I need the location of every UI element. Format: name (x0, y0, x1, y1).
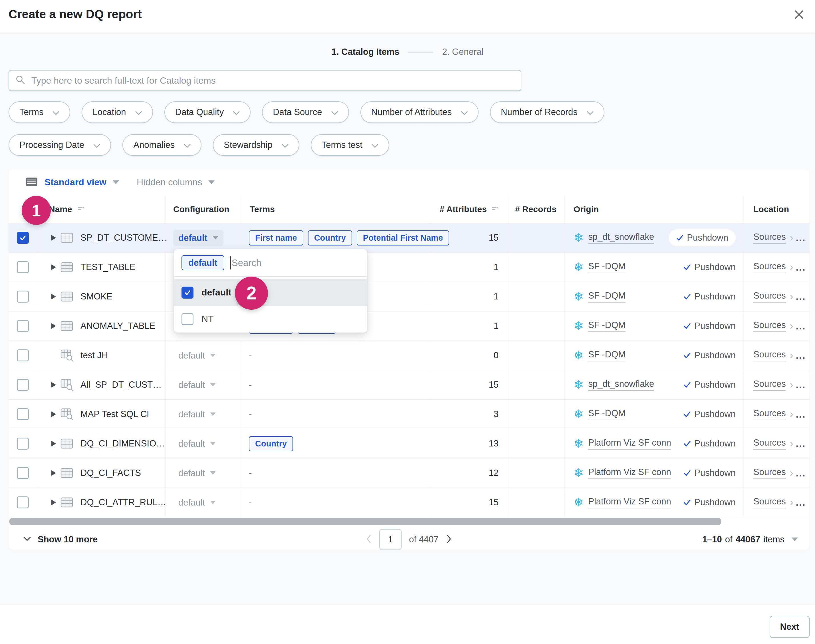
sources-link[interactable]: Sources › (753, 261, 793, 273)
column-header-location[interactable]: Location (744, 195, 809, 223)
table-row[interactable]: SP_DT_CUSTOME… default First nameCountry… (9, 223, 809, 253)
dropdown-search-input[interactable]: Search (230, 256, 360, 270)
table-row[interactable]: All_SP_DT_CUST… default - 15 ❄ sp_dt_sno… (9, 370, 809, 400)
next-button[interactable]: Next (770, 616, 810, 638)
row-checkbox[interactable] (17, 379, 29, 391)
show-more-button[interactable]: Show 10 more (23, 526, 98, 550)
expand-row-icon[interactable] (47, 323, 60, 329)
expand-row-icon[interactable] (47, 441, 60, 446)
row-checkbox[interactable] (17, 350, 29, 361)
configuration-select[interactable]: default (173, 494, 221, 511)
table-row[interactable]: DQ_CI_ATTR_RUL… default - 15 ❄ Platform … (9, 488, 809, 517)
option-checkbox[interactable] (181, 287, 193, 299)
row-checkbox[interactable] (17, 438, 29, 449)
row-checkbox[interactable] (17, 320, 29, 332)
origin-link[interactable]: ❄ sp_dt_snowflake (574, 379, 654, 391)
expand-row-icon[interactable] (47, 294, 60, 299)
row-more-button[interactable]: … (795, 350, 806, 361)
sources-link[interactable]: Sources › (753, 291, 793, 303)
row-more-button[interactable]: … (795, 261, 806, 273)
row-checkbox[interactable] (17, 408, 29, 420)
origin-link[interactable]: ❄ sp_dt_snowflake (574, 232, 654, 244)
configuration-select[interactable]: default (173, 347, 221, 364)
filter-chip-stewardship[interactable]: Stewardship (213, 134, 299, 156)
table-row[interactable]: DQ_CI_DIMENSIO… default Country 13 ❄ Pla… (9, 429, 809, 458)
origin-link[interactable]: ❄ SF -DQM (574, 291, 625, 303)
sources-link[interactable]: Sources › (753, 232, 793, 244)
sort-icon[interactable] (491, 204, 499, 215)
row-more-button[interactable]: … (795, 408, 806, 420)
sources-link[interactable]: Sources › (753, 438, 793, 449)
row-checkbox[interactable] (17, 291, 29, 303)
table-row[interactable]: TEST_TABLE default - 1 ❄ SF -DQM Pushdow… (9, 253, 809, 282)
column-header-origin[interactable]: Origin (565, 195, 744, 223)
origin-link[interactable]: ❄ SF -DQM (574, 320, 625, 332)
origin-link[interactable]: ❄ SF -DQM (574, 261, 625, 273)
sources-link[interactable]: Sources › (753, 467, 793, 479)
row-more-button[interactable]: … (795, 438, 806, 449)
origin-link[interactable]: ❄ Platform Viz SF conn (574, 467, 671, 479)
row-more-button[interactable]: … (795, 320, 806, 332)
filter-chip-location[interactable]: Location (82, 101, 153, 123)
sources-link[interactable]: Sources › (753, 497, 793, 508)
search-input[interactable] (31, 75, 515, 86)
table-row[interactable]: MAP Test SQL CI default - 3 ❄ SF -DQM Pu… (9, 400, 809, 429)
expand-row-icon[interactable] (47, 411, 60, 417)
configuration-select[interactable]: default (173, 230, 224, 246)
row-checkbox[interactable] (17, 497, 29, 508)
row-checkbox[interactable] (17, 261, 29, 273)
next-page-button[interactable] (446, 534, 452, 545)
row-checkbox[interactable] (17, 467, 29, 479)
expand-row-icon[interactable] (47, 500, 60, 505)
column-header-records[interactable]: # Records (508, 195, 565, 223)
previous-page-button[interactable] (366, 534, 372, 545)
column-header-name[interactable]: Name (37, 195, 166, 223)
filter-chip-data-quality[interactable]: Data Quality (164, 101, 251, 123)
configuration-select[interactable]: default (173, 377, 221, 393)
close-button[interactable] (791, 7, 807, 23)
row-more-button[interactable]: … (795, 497, 806, 508)
filter-chip-terms-test[interactable]: Terms test (311, 134, 389, 156)
sources-link[interactable]: Sources › (753, 408, 793, 420)
row-checkbox[interactable] (17, 232, 29, 244)
view-select[interactable]: Standard view (25, 176, 119, 189)
row-more-button[interactable]: … (795, 232, 806, 244)
catalog-search[interactable] (9, 70, 521, 91)
scrollbar-thumb[interactable] (9, 518, 722, 525)
table-row[interactable]: SMOKE default - 1 ❄ SF -DQM Pushdown Sou… (9, 282, 809, 311)
configuration-select[interactable]: default (173, 465, 221, 481)
column-header-terms[interactable]: Terms (241, 195, 431, 223)
origin-link[interactable]: ❄ SF -DQM (574, 350, 625, 361)
dropdown-option-nt[interactable]: NT (174, 306, 367, 332)
expand-row-icon[interactable] (47, 382, 60, 388)
row-more-button[interactable]: … (795, 291, 806, 303)
table-row[interactable]: test JH default - 0 ❄ SF -DQM Pushdown S… (9, 341, 809, 370)
row-more-button[interactable]: … (795, 467, 806, 479)
expand-row-icon[interactable] (47, 264, 60, 270)
expand-row-icon[interactable] (47, 235, 60, 241)
sources-link[interactable]: Sources › (753, 379, 793, 391)
page-number-input[interactable] (379, 529, 401, 550)
configuration-select[interactable]: default (173, 406, 221, 422)
sort-icon[interactable] (77, 204, 85, 215)
filter-chip-processing-date[interactable]: Processing Date (9, 134, 111, 156)
filter-chip-number-of-attributes[interactable]: Number of Attributes (360, 101, 479, 123)
dropdown-option-default[interactable]: default (174, 279, 367, 306)
filter-chip-anomalies[interactable]: Anomalies (123, 134, 201, 156)
filter-chip-data-source[interactable]: Data Source (262, 101, 349, 123)
origin-link[interactable]: ❄ SF -DQM (574, 408, 625, 420)
hidden-columns-select[interactable]: Hidden columns (137, 177, 214, 187)
option-checkbox[interactable] (181, 313, 193, 325)
configuration-select[interactable]: default (173, 435, 221, 452)
table-row[interactable]: ANOMALY_TABLE default CountryRating 1 ❄ … (9, 311, 809, 341)
filter-chip-number-of-records[interactable]: Number of Records (490, 101, 604, 123)
sources-link[interactable]: Sources › (753, 350, 793, 361)
items-count-select[interactable]: 1–10 of 44067 items (702, 526, 798, 550)
table-row[interactable]: DQ_CI_FACTS default - 12 ❄ Platform Viz … (9, 458, 809, 488)
expand-row-icon[interactable] (47, 470, 60, 476)
sources-link[interactable]: Sources › (753, 320, 793, 332)
row-more-button[interactable]: … (795, 379, 806, 391)
origin-link[interactable]: ❄ Platform Viz SF conn (574, 438, 671, 449)
origin-link[interactable]: ❄ Platform Viz SF conn (574, 497, 671, 508)
column-header-configuration[interactable]: Configuration (166, 195, 241, 223)
